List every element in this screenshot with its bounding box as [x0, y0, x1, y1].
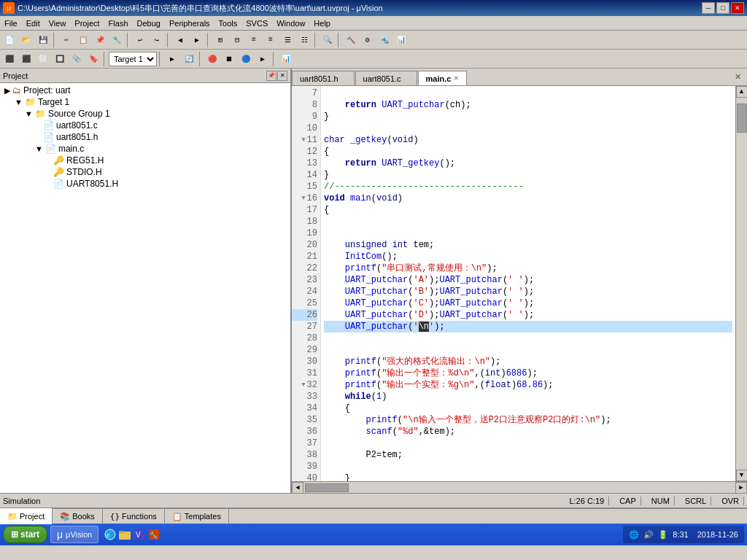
new-button[interactable]: 📄 [1, 32, 18, 48]
horizontal-scrollbar[interactable]: ◀ ▶ [292, 481, 747, 493]
menu-window[interactable]: Window [272, 16, 309, 30]
minimize-button[interactable]: ─ [702, 2, 715, 14]
scroll-right-button[interactable]: ▶ [735, 482, 747, 494]
tab-uart8051h[interactable]: uart8051.h ✕ [292, 71, 355, 85]
tb2-btn-8[interactable]: 🔄 [181, 51, 197, 67]
hscroll-thumb[interactable] [305, 483, 349, 492]
tb2-btn-1[interactable]: ⬛ [1, 51, 18, 67]
start-button[interactable]: ⊞ start [3, 526, 47, 543]
tree-target1[interactable]: ▼ 📁 Target 1 [1, 96, 289, 108]
tb2-btn-11[interactable]: 🔵 [238, 51, 254, 67]
open-button[interactable]: 📂 [18, 32, 34, 48]
tree-uart8051H-label: UART8051.H [66, 179, 118, 189]
scroll-left-button[interactable]: ◀ [292, 482, 303, 494]
tb2-btn-4[interactable]: 🔲 [52, 51, 68, 67]
close-editor-button[interactable]: ✕ [735, 70, 741, 82]
project-close-button[interactable]: ✕ [277, 71, 287, 81]
tb2-btn-5[interactable]: 📎 [69, 51, 85, 67]
tb-btn-15[interactable]: ⚙ [360, 32, 376, 48]
tree-group-label: Source Group 1 [48, 109, 110, 119]
undo-button[interactable]: ↩ [132, 32, 148, 48]
tb2-btn-7[interactable]: ▶ [164, 51, 180, 67]
tb2-btn-6[interactable]: 🔖 [85, 51, 101, 67]
cut-button[interactable]: ✂ [58, 32, 74, 48]
close-button[interactable]: ✕ [731, 2, 744, 14]
menu-edit[interactable]: Edit [22, 16, 44, 30]
menu-help[interactable]: Help [309, 16, 335, 30]
save-button[interactable]: 💾 [35, 32, 51, 48]
tb-btn-9[interactable]: ≡ [246, 32, 262, 48]
bottom-tab-books[interactable]: 📚 Books [53, 508, 103, 524]
taskbar-app-uvision[interactable]: μ μVision [50, 526, 98, 543]
menu-peripherals[interactable]: Peripherals [165, 16, 214, 30]
tab-mainc[interactable]: main.c ✕ [418, 71, 468, 85]
tree-project-root[interactable]: ▶ 🗂 Project: uart [1, 85, 289, 96]
vertical-scrollbar[interactable]: ▲ ▼ [735, 86, 747, 481]
tab-uart8051c-close[interactable]: ✕ [404, 75, 409, 82]
scroll-down-button[interactable]: ▼ [736, 470, 748, 481]
tb-btn-4[interactable]: 🔧 [109, 32, 125, 48]
copy-button[interactable]: 📋 [75, 32, 91, 48]
menu-project[interactable]: Project [70, 16, 104, 30]
svg-text:V: V [136, 531, 141, 539]
taskbar-ie-icon[interactable]: e [104, 529, 116, 540]
tab-uart8051h-close[interactable]: ✕ [341, 75, 347, 82]
tb-btn-8[interactable]: ⊟ [229, 32, 245, 48]
tree-source-group[interactable]: ▼ 📁 Source Group 1 [1, 108, 289, 120]
project-pin-button[interactable]: 📌 [266, 71, 276, 81]
tb-btn-10[interactable]: ≡ [263, 32, 279, 48]
tree-mainc[interactable]: ▼ 📄 main.c [1, 143, 289, 155]
tab-mainc-close[interactable]: ✕ [454, 75, 459, 82]
tree-uart8051h[interactable]: ▶ 📄 uart8051.h [1, 131, 289, 143]
scroll-track[interactable] [737, 98, 747, 470]
tab-uart8051c[interactable]: uart8051.c ✕ [355, 71, 417, 85]
scroll-up-button[interactable]: ▲ [736, 86, 748, 98]
bottom-tab-templates[interactable]: 📋 Templates [165, 508, 229, 524]
tb-btn-13[interactable]: 🔍 [320, 32, 336, 48]
tb-btn-16[interactable]: 🔩 [376, 32, 392, 48]
tree-stdioh[interactable]: ▶ 🔑 STDIO.H [1, 166, 289, 178]
restore-button[interactable]: □ [716, 2, 729, 14]
tray-volume-icon: 🔊 [643, 530, 654, 540]
bottom-tab-functions[interactable]: {} Functions [103, 508, 165, 524]
menu-file[interactable]: File [0, 16, 22, 30]
tb-btn-11[interactable]: ☰ [279, 32, 295, 48]
code-content[interactable]: return UART_putchar(ch); } char _getkey(… [321, 86, 735, 481]
bottom-tab-books-label: Books [72, 512, 95, 521]
taskbar-app2-icon[interactable]: V [133, 529, 145, 540]
ln-20: 20 [292, 239, 317, 251]
tb2-btn-9[interactable]: 🔴 [204, 51, 220, 67]
menu-tools[interactable]: Tools [214, 16, 242, 30]
menu-debug[interactable]: Debug [133, 16, 165, 30]
scroll-thumb[interactable] [737, 104, 747, 133]
tb2-btn-2[interactable]: ⬛ [18, 51, 34, 67]
taskbar-folder-icon[interactable] [119, 529, 131, 540]
tree-reg51h-label: REG51.H [66, 155, 104, 166]
ln-14: 14 [292, 169, 317, 181]
target-dropdown[interactable]: Target 1 [109, 52, 157, 66]
tab-uart8051c-label: uart8051.c [363, 74, 401, 83]
menu-flash[interactable]: Flash [104, 16, 133, 30]
tb2-btn-12[interactable]: ▶ [255, 51, 271, 67]
menu-svcs[interactable]: SVCS [241, 16, 272, 30]
tb2-btn-13[interactable]: 📊 [278, 51, 294, 67]
tree-reg51h[interactable]: ▶ 🔑 REG51.H [1, 155, 289, 166]
menu-view[interactable]: View [44, 16, 71, 30]
bottom-tab-project[interactable]: 📁 Project [0, 508, 53, 524]
tb-btn-6[interactable]: ▶ [189, 32, 205, 48]
status-simulation: Simulation [3, 497, 559, 505]
tb2-btn-3[interactable]: ⬜ [35, 51, 51, 67]
tb-btn-14[interactable]: 🔨 [343, 32, 359, 48]
taskbar-app3-icon[interactable]: 🔧 [148, 529, 160, 540]
tb2-btn-10[interactable]: ⏹ [221, 51, 237, 67]
tb-btn-12[interactable]: ☷ [296, 32, 312, 48]
paste-button[interactable]: 📌 [92, 32, 108, 48]
tb-btn-5[interactable]: ◀ [172, 32, 188, 48]
hscroll-track[interactable] [303, 483, 735, 492]
redo-button[interactable]: ↪ [149, 32, 165, 48]
tree-uart8051c[interactable]: ▶ 📄 uart8051.c [1, 120, 289, 131]
file-expand-icon: ▶ [35, 121, 41, 131]
tb-btn-17[interactable]: 📊 [393, 32, 409, 48]
tree-uart8051H[interactable]: ▶ 📄 UART8051.H [1, 178, 289, 190]
tb-btn-7[interactable]: ⊞ [212, 32, 228, 48]
